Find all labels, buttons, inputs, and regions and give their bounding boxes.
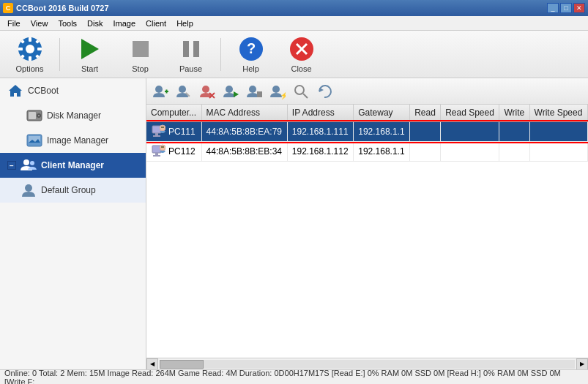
refresh-button[interactable] [313,81,335,102]
svg-point-1 [26,45,34,53]
svg-rect-48 [155,133,158,135]
sidebar-item-client-manager[interactable]: − Client Manager [0,153,146,178]
cell-mac: 44:8A:5B:8B:EA:79 [201,121,287,142]
search-button[interactable] [290,81,312,102]
sub-toolbar: ⚡ [146,78,588,105]
cell-mac: 44:8A:5B:8B:EB:34 [201,142,287,162]
menu-tools[interactable]: Tools [53,18,81,29]
table-header-row: Computer... MAC Address IP Address Gatew… [146,105,588,121]
add-client-button[interactable] [149,81,171,102]
svg-point-29 [25,184,32,192]
stop-label: Stop [132,64,149,73]
sidebar-item-ccboot[interactable]: CCBoot [0,78,146,103]
cell-write [499,142,529,162]
collapse-icon[interactable]: − [7,161,16,170]
menu-file[interactable]: File [3,18,25,29]
start-button[interactable]: Start [66,34,113,75]
svg-point-38 [226,86,233,93]
table-row[interactable]: PC111 44:8A:5B:8B:EA:79 192.168.1.111 19… [146,121,588,142]
title-bar-left: C CCBoot 2016 Build 0727 [3,3,109,13]
svg-point-27 [23,159,29,165]
svg-marker-10 [81,39,99,59]
title-bar-controls: _ □ ✕ [547,3,585,13]
clients-table: Computer... MAC Address IP Address Gatew… [146,105,588,162]
svg-point-42 [272,86,280,93]
svg-rect-21 [29,112,36,119]
clients-table-container: Computer... MAC Address IP Address Gatew… [146,105,588,358]
col-mac: MAC Address [201,105,287,121]
content-panel: ⚡ Compu [146,78,588,369]
image-icon [26,132,42,148]
options-button[interactable]: Options [6,34,53,75]
svg-marker-39 [234,91,239,97]
col-write: Write [499,105,529,121]
options-label: Options [16,64,44,73]
col-ip: IP Address [287,105,353,121]
connect-button[interactable] [220,81,242,102]
svg-rect-55 [153,155,160,157]
disk-icon [26,108,42,124]
col-gateway: Gateway [354,105,410,121]
wakeup-button[interactable]: ⚡ [267,81,289,102]
menu-help[interactable]: Help [172,18,198,29]
menu-image[interactable]: Image [108,18,140,29]
svg-rect-12 [183,41,189,57]
svg-point-52 [163,127,164,128]
cell-gateway: 192.168.1.1 [354,121,410,142]
sidebar-item-image-manager[interactable]: Image Manager [0,128,146,153]
delete-client-button[interactable] [196,81,218,102]
close-button[interactable]: Close [278,34,325,75]
svg-line-45 [303,94,308,98]
cell-ip: 192.168.1.112 [287,142,353,162]
toolbar-sep-2 [220,38,221,71]
disconnect-button[interactable] [243,81,265,102]
maximize-button[interactable]: □ [560,3,572,13]
svg-text:?: ? [246,40,255,56]
pc-avatar-icon [151,124,165,139]
svg-point-23 [38,115,40,116]
minimize-button[interactable]: _ [547,3,559,13]
cell-write-speed [529,142,587,162]
svg-rect-11 [133,41,149,57]
cell-gateway: 192.168.1.1 [354,142,410,162]
svg-rect-32 [166,89,168,93]
help-button[interactable]: ? Help [227,34,275,75]
scroll-thumb[interactable] [160,360,204,369]
toolbar: Options Start Stop Pause [0,31,588,78]
app-icon: C [3,3,13,13]
edit-client-button[interactable] [173,81,195,102]
title-bar: C CCBoot 2016 Build 0727 _ □ ✕ [0,0,588,16]
svg-rect-41 [257,91,262,97]
svg-point-40 [249,86,256,93]
close-label: Close [291,64,311,73]
svg-rect-54 [155,153,158,155]
stop-button[interactable]: Stop [116,34,164,75]
menu-view[interactable]: View [26,18,53,29]
sidebar-item-disk-manager[interactable]: Disk Manager [0,103,146,128]
svg-point-51 [161,127,163,128]
menu-disk[interactable]: Disk [83,18,107,29]
svg-rect-2 [29,37,31,42]
scroll-track[interactable] [160,360,575,369]
col-write-speed: Write Speed [529,105,587,121]
horizontal-scrollbar[interactable]: ◀ ▶ [146,358,588,369]
cell-write-speed [529,121,587,142]
pause-button[interactable]: Pause [167,34,215,75]
options-icon [17,36,43,62]
svg-point-35 [202,86,209,93]
svg-marker-19 [9,85,22,97]
sidebar: CCBoot Disk Manager [0,78,146,369]
cell-ip: 192.168.1.111 [287,121,353,142]
svg-marker-46 [319,88,324,92]
svg-rect-13 [193,41,199,57]
table-row[interactable]: PC112 44:8A:5B:8B:EB:34 192.168.1.112 19… [146,142,588,162]
sidebar-item-default-group[interactable]: Default Group [0,178,146,203]
pause-label: Pause [179,64,202,73]
svg-point-33 [179,86,186,93]
group-icon [21,182,37,198]
close-window-button[interactable]: ✕ [573,3,585,13]
col-read: Read [410,105,441,121]
svg-text:⚡: ⚡ [280,91,286,99]
menu-client[interactable]: Client [141,18,171,29]
cell-read-speed [441,121,499,142]
